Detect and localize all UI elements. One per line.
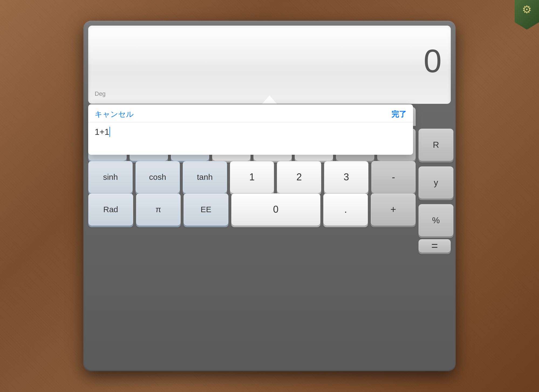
search-input-value: 1+1 (95, 127, 109, 137)
search-input-area[interactable]: 1+1 (88, 122, 413, 155)
right-spacer (418, 107, 451, 126)
search-overlay: キャンセル 完了 1+1 (88, 104, 413, 155)
search-done-button[interactable]: 完了 (391, 109, 407, 119)
pi-button[interactable]: π (136, 193, 181, 226)
calculator-frame: 0 Deg キャンセル 完了 1+1 (83, 21, 456, 371)
1-button[interactable]: 1 (230, 161, 274, 193)
sinh-button[interactable]: sinh (88, 161, 133, 193)
3-button[interactable]: 3 (324, 161, 369, 193)
text-cursor (110, 127, 110, 137)
leather-background: ⚙ 0 Deg キャンセル 完了 1+1 (0, 0, 539, 392)
r-button[interactable]: R (418, 129, 453, 161)
2-button[interactable]: 2 (277, 161, 321, 193)
search-input-text: 1+1 (95, 127, 407, 137)
cosh-button[interactable]: cosh (135, 161, 180, 193)
percent-button[interactable]: % (418, 204, 453, 236)
display-shine (88, 26, 451, 65)
search-cancel-button[interactable]: キャンセル (95, 109, 134, 119)
display-mode: Deg (95, 90, 105, 97)
right-column: R y % = (416, 107, 451, 253)
tooltip-triangle (262, 95, 277, 104)
settings-badge[interactable]: ⚙ (515, 0, 539, 30)
equal-button[interactable]: = (418, 239, 451, 253)
y-button[interactable]: y (418, 166, 453, 199)
plus-button[interactable]: + (371, 193, 416, 226)
search-toolbar: キャンセル 完了 (88, 104, 413, 122)
gear-icon: ⚙ (522, 4, 532, 15)
display-area: 0 Deg (88, 26, 451, 104)
hyp-row: sinh cosh tanh 1 2 3 (88, 161, 416, 193)
rad-button[interactable]: Rad (88, 193, 133, 226)
decimal-button[interactable]: . (323, 193, 368, 226)
0-button[interactable]: 0 (231, 193, 320, 226)
keyboard-wrapper: キャンセル 完了 1+1 (88, 107, 451, 253)
bottom-row: Rad π EE 0 . + (88, 193, 416, 226)
tanh-button[interactable]: tanh (183, 161, 227, 193)
display-value: 0 (424, 42, 441, 80)
ee-button[interactable]: EE (183, 193, 228, 226)
minus-button[interactable]: - (371, 161, 416, 193)
